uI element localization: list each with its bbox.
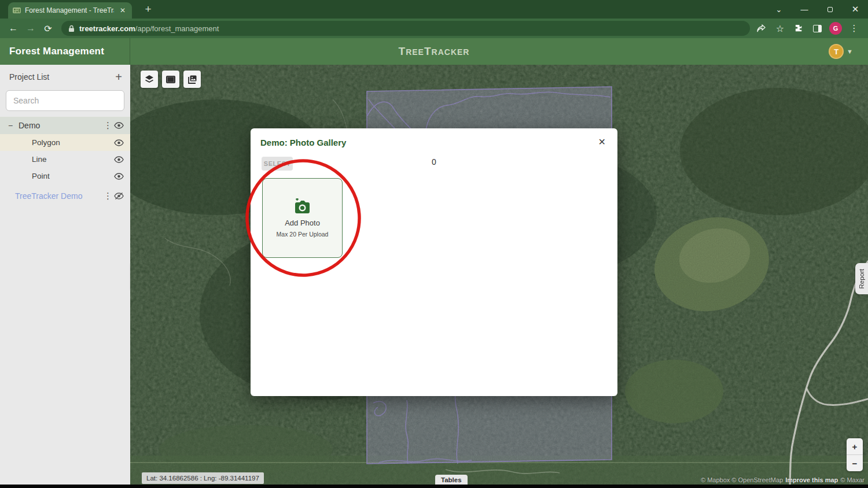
window-restore-button[interactable]	[817, 5, 843, 14]
tab-search-chevron-icon[interactable]: ⌄	[766, 5, 792, 14]
photo-count: 0	[251, 157, 617, 167]
visibility-eye-off-icon[interactable]	[112, 192, 126, 200]
gallery-icon	[187, 75, 197, 84]
side-panel-icon[interactable]	[809, 20, 825, 36]
tree-item-label: Line	[32, 155, 112, 164]
tree-item-label: Polygon	[32, 138, 112, 147]
tree-item-point[interactable]: Point	[0, 168, 130, 184]
lock-icon	[68, 25, 75, 32]
tab-close-icon[interactable]: ✕	[118, 6, 127, 15]
extensions-puzzle-icon[interactable]	[790, 20, 807, 36]
collapse-icon[interactable]: −	[8, 121, 19, 130]
zoom-in-button[interactable]: +	[847, 438, 863, 455]
attribution-mapbox: © Mapbox © OpenStreetMap	[701, 476, 783, 483]
layers-icon	[144, 74, 155, 84]
tree-item-treetracker-demo[interactable]: TreeTracker Demo ⋮	[0, 187, 130, 205]
tree-item-line[interactable]: Line	[0, 151, 130, 168]
url-domain: treetracker.com	[79, 24, 135, 33]
tree-item-label: Demo	[19, 121, 104, 130]
browser-toolbar: ← → ⟳ treetracker.com/app/forest_managem…	[0, 19, 868, 38]
url-path: /app/forest_management	[135, 24, 219, 33]
add-photo-button[interactable]: Add Photo Max 20 Per Upload	[262, 178, 343, 258]
item-menu-kebab-icon[interactable]: ⋮	[104, 120, 112, 131]
gallery-button[interactable]	[183, 71, 201, 88]
avatar[interactable]: T	[829, 44, 844, 59]
zoom-control: + −	[847, 438, 863, 471]
tree-item-polygon[interactable]: Polygon	[0, 134, 130, 151]
screen: Forest Management - TreeTracke ✕ + ⌄ — ✕…	[0, 0, 868, 488]
add-photo-hint: Max 20 Per Upload	[277, 231, 329, 238]
attribution-maxar: © Maxar	[840, 476, 865, 483]
user-menu[interactable]: T ▼	[829, 44, 853, 59]
visibility-eye-icon[interactable]	[112, 122, 126, 129]
share-icon[interactable]	[753, 20, 770, 36]
basemap-icon	[165, 75, 176, 84]
forward-icon[interactable]: →	[22, 23, 39, 34]
window-close-button[interactable]: ✕	[843, 4, 868, 14]
new-tab-button[interactable]: +	[141, 3, 155, 16]
photo-gallery-dialog: Demo: Photo Gallery ✕ SELECT 0 Add Photo…	[251, 128, 617, 396]
browser-profile-avatar[interactable]: G	[827, 20, 844, 36]
window-controls: ⌄ — ✕	[766, 0, 868, 19]
layers-button[interactable]	[141, 71, 158, 88]
status-latlng: Lat: 34.16862586 : Lng: -89.31441197	[142, 472, 264, 484]
tree-item-demo[interactable]: − Demo ⋮	[0, 117, 130, 134]
back-icon[interactable]: ←	[5, 23, 22, 34]
browser-tab-active[interactable]: Forest Management - TreeTracke ✕	[8, 2, 132, 19]
map-attribution: © Mapbox © OpenStreetMapImprove this map…	[701, 476, 865, 483]
tree-item-label: Point	[32, 172, 112, 180]
dialog-title: Demo: Photo Gallery	[260, 138, 346, 147]
browser-menu-kebab-icon[interactable]: ⋮	[846, 20, 862, 36]
app-logo-text: TREETRACKER	[0, 45, 868, 58]
map-toolbar	[141, 71, 201, 88]
site-favicon	[13, 6, 21, 14]
browser-tabstrip: Forest Management - TreeTracke ✕ + ⌄ — ✕	[0, 0, 868, 19]
project-tree: − Demo ⋮ Polygon Line Point	[0, 117, 130, 205]
search-input[interactable]	[6, 90, 124, 111]
tables-button[interactable]: Tables	[435, 475, 468, 485]
improve-map-link[interactable]: Improve this map	[785, 476, 838, 483]
url-bar[interactable]: treetracker.com/app/forest_management	[61, 21, 750, 36]
add-a-photo-icon	[293, 198, 312, 215]
sidebar-header: Forest Management	[0, 38, 130, 65]
zoom-out-button[interactable]: −	[847, 455, 863, 471]
project-list-header: Project List +	[0, 65, 130, 88]
add-photo-label: Add Photo	[285, 219, 320, 227]
chevron-down-icon: ▼	[847, 48, 853, 55]
visibility-eye-icon[interactable]	[112, 139, 126, 146]
report-tab[interactable]: Report	[855, 263, 868, 294]
page-title: Forest Management	[9, 46, 104, 57]
add-project-button[interactable]: +	[115, 72, 122, 82]
app-header: Forest Management TREETRACKER	[0, 38, 868, 65]
visibility-eye-icon[interactable]	[112, 173, 126, 180]
close-icon[interactable]: ✕	[598, 136, 606, 147]
visibility-eye-icon[interactable]	[112, 156, 126, 163]
item-menu-kebab-icon[interactable]: ⋮	[104, 191, 112, 201]
sidebar: Project List + − Demo ⋮ Polygon Line	[0, 65, 130, 485]
bottom-bar	[0, 485, 868, 488]
basemap-button[interactable]	[162, 71, 179, 88]
window-minimize-button[interactable]: —	[792, 5, 817, 14]
project-list-title: Project List	[9, 72, 115, 82]
tree-item-label: TreeTracker Demo	[15, 191, 104, 201]
reload-icon[interactable]: ⟳	[39, 23, 57, 34]
bookmark-star-icon[interactable]: ☆	[772, 20, 788, 36]
tab-title: Forest Management - TreeTracke	[25, 6, 114, 14]
